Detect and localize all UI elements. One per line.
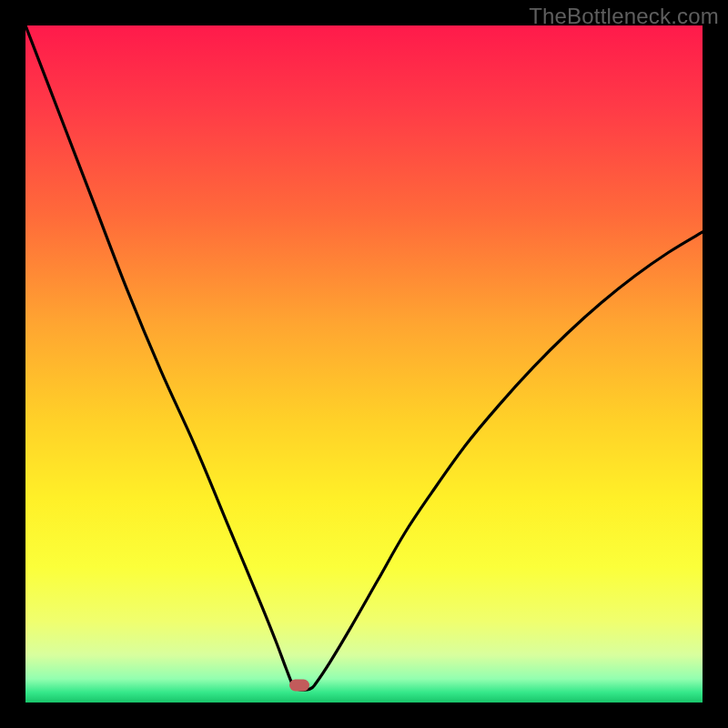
bottleneck-curve	[25, 25, 703, 703]
chart-frame: TheBottleneck.com	[0, 0, 728, 728]
plot-area	[25, 25, 703, 703]
optimum-marker	[289, 680, 309, 692]
watermark-label: TheBottleneck.com	[529, 4, 719, 29]
